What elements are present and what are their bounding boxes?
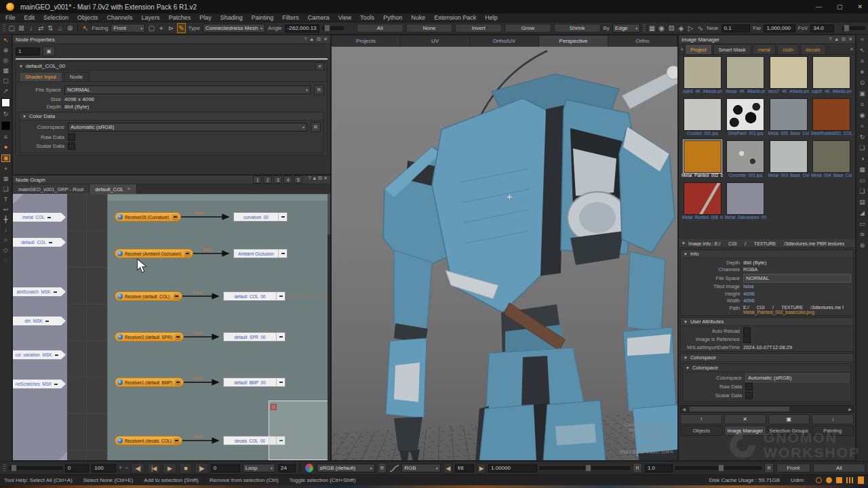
stop-button[interactable]: ■ [179, 463, 192, 474]
menu-selection[interactable]: Selection [43, 14, 68, 21]
by-dropdown[interactable]: Edge▾ [612, 24, 640, 33]
close-tab-icon[interactable]: ✕ [850, 47, 854, 52]
colorspace-field[interactable]: Automatic (sRGB) [745, 373, 849, 382]
rows-icon[interactable]: ▤ [859, 199, 865, 205]
minimize-node-icon[interactable] [175, 380, 181, 386]
expand-triangle-icon[interactable]: ▼ [686, 366, 690, 370]
expand-triangle-icon[interactable]: ▼ [22, 115, 26, 119]
sync-icon[interactable]: ⇅ [47, 24, 54, 32]
ramp-icon[interactable]: ◢ [860, 210, 865, 216]
close-icon[interactable]: ✕ [848, 37, 852, 42]
menu-python[interactable]: Python [383, 14, 402, 21]
tab-metal[interactable]: metal [753, 44, 776, 54]
image-manager-header[interactable]: Image Manager ? ▲ ⊟ ✕ [679, 35, 855, 44]
thumbnail-item[interactable]: Crusted_001.jpg [682, 98, 724, 140]
pointer-icon[interactable]: ↖ [860, 47, 865, 54]
tab-cloth[interactable]: cloth [777, 44, 799, 54]
scroll-right-icon[interactable]: ▶ [847, 407, 853, 411]
expand-triangle-icon[interactable]: ▼ [684, 356, 688, 360]
wireframe-icon[interactable]: ▦ [648, 24, 655, 32]
menu-edit[interactable]: Edit [24, 14, 35, 21]
node-curvature-00[interactable]: curvature_00 [233, 212, 288, 222]
fov-slider[interactable] [842, 26, 865, 30]
node-palette-strip[interactable]: metal_COL default_COL aintScratch_MSK di… [13, 194, 67, 460]
shelf-icon[interactable]: ≋ [860, 232, 865, 238]
frame-start-field[interactable]: 0 [65, 464, 90, 472]
tab-image-manager[interactable]: Image Manager [724, 426, 767, 436]
card-icon[interactable]: ▭ [859, 178, 865, 184]
float-icon[interactable]: ⊟ [318, 176, 322, 184]
maximize-button[interactable]: ▢ [837, 3, 843, 10]
add-key-icon[interactable]: + [119, 465, 122, 471]
exposure-down-icon[interactable]: ◀ [443, 463, 452, 474]
toolbar-grip[interactable] [643, 24, 646, 33]
import-icon[interactable]: ↓ [28, 24, 35, 32]
marquee-tool-icon[interactable]: ▢ [3, 78, 9, 84]
select-invert-button[interactable]: Invert [455, 24, 502, 33]
grid-icon[interactable]: ▦ [859, 167, 865, 173]
tab-painting[interactable]: Painting [812, 426, 854, 436]
current-frame-field[interactable]: 0 [211, 464, 240, 472]
toolbar-grip[interactable] [3, 24, 5, 33]
pull-tool-icon[interactable]: ↓ [4, 227, 7, 233]
tab-uv[interactable]: UV [401, 36, 470, 47]
udim-doc-icon[interactable] [858, 476, 864, 484]
thumbnail-item[interactable]: oecc7_4K_Albedo.pn [768, 56, 810, 98]
colorspace-dropdown[interactable]: Automatic (sRGB)▾ [68, 123, 307, 131]
layers-list-icon[interactable]: ≡ [861, 102, 864, 108]
clone-tool-icon[interactable]: ❏ [3, 186, 8, 192]
menu-patches[interactable]: Patches [169, 14, 191, 21]
paint-circle-icon[interactable]: ● [4, 144, 7, 150]
reset-button[interactable]: R [764, 463, 774, 473]
palette-item-dirt-msk[interactable]: dirt_MSK [13, 317, 66, 325]
node-default-spr-00[interactable]: default_SPR_00 [223, 332, 285, 342]
home-icon[interactable]: ⌂ [57, 24, 64, 32]
menu-painting[interactable]: Painting [252, 14, 274, 21]
raw-data-checkbox[interactable] [745, 383, 753, 390]
snapshot-icon[interactable]: ▣ [43, 46, 55, 56]
menu-channels[interactable]: Channels [107, 14, 133, 21]
auto-reload-checkbox[interactable] [743, 327, 751, 335]
snowflake-icon[interactable]: ∗ [860, 69, 865, 75]
display-colorspace-dropdown[interactable]: sRGB (default)▾ [317, 464, 374, 472]
select-none-button[interactable]: None [406, 24, 453, 33]
minimize-node-icon[interactable] [276, 292, 285, 300]
collapse-icon[interactable]: ▲ [312, 176, 317, 184]
image-is-reference-checkbox[interactable] [743, 336, 751, 343]
frame-end-field[interactable]: 100 [92, 464, 116, 472]
gyro-tool-icon[interactable]: ◇ [3, 247, 8, 253]
receiver-node-decals-col[interactable]: Receiver4 (decals_COL) [115, 436, 182, 445]
shapes-icon[interactable]: ❏ [859, 145, 865, 151]
tab-decals[interactable]: decals [800, 44, 826, 54]
receiver-node-default-bmp[interactable]: Receiver1 (default_BMP) [115, 378, 184, 387]
import-image-button[interactable]: ↑ [680, 414, 722, 424]
menu-help[interactable]: Help [485, 14, 498, 21]
menu-objects[interactable]: Objects [77, 14, 98, 21]
palette-item-default-col[interactable]: default_COL [13, 238, 66, 247]
facing-dropdown[interactable]: Front▾ [111, 24, 145, 33]
tab-default-col[interactable]: default_COL ✕ [90, 184, 137, 194]
frame-icon[interactable]: ▭ [859, 221, 865, 227]
shapes-icon[interactable]: ◈ [677, 24, 684, 32]
expand-triangle-icon[interactable]: ▼ [682, 241, 686, 245]
select-grow-button[interactable]: Grow [505, 24, 551, 33]
udim-bars-icon[interactable] [846, 477, 854, 483]
receiver-node-curvature[interactable]: Receiver26 (Curvature) [115, 212, 181, 222]
minimize-node-icon[interactable] [174, 438, 180, 444]
minimize-node-icon[interactable] [276, 378, 285, 386]
minimize-button[interactable]: — [816, 3, 822, 10]
node-graph-canvas[interactable]: metal_COL default_COL aintScratch_MSK di… [13, 194, 330, 460]
collapse-icon[interactable]: ▲ [309, 37, 314, 42]
rotate-icon[interactable]: ↻ [860, 134, 865, 140]
mech-model[interactable] [332, 47, 677, 460]
thumbnail-item[interactable]: ngjh6_4K_Albedo.pn [682, 56, 724, 98]
add-node-icon[interactable]: + [4, 166, 7, 172]
minimize-node-icon[interactable] [174, 293, 180, 300]
thumbnail-item[interactable]: Metal_005_Base_Col [768, 98, 810, 140]
fstop-field[interactable]: f/8 [455, 464, 474, 472]
background-color-swatch[interactable] [1, 121, 10, 130]
wrench-icon[interactable]: ⊛ [860, 243, 865, 249]
udim-square-icon[interactable] [836, 477, 842, 483]
lasso-tool-icon[interactable]: ◌ [4, 258, 7, 264]
gamma-slider[interactable] [675, 466, 762, 470]
